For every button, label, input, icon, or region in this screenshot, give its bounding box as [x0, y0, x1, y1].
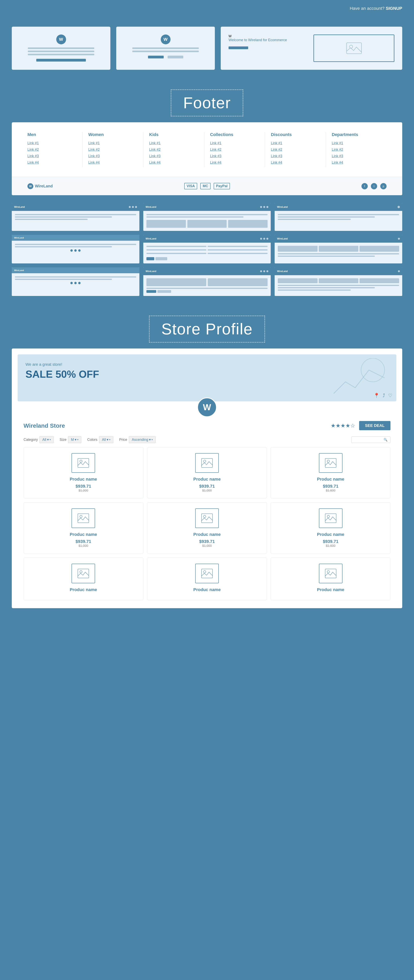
mastercard-icon: MC — [200, 183, 210, 189]
store-right: ★★★★☆ SEE DEAL — [331, 421, 390, 430]
preview-dot — [266, 270, 268, 272]
preview-dot — [266, 206, 268, 208]
product-card-1[interactable]: Produc name $939.71 $1,000 — [24, 447, 143, 498]
colors-filter: Colors All ▾ — [87, 436, 113, 443]
product-image-icon — [201, 458, 213, 468]
preview-card-4: WireLand — [12, 235, 139, 263]
preview-body — [275, 275, 402, 295]
footer-link-4[interactable]: Link #4 — [332, 161, 381, 165]
preview-card-1: WireLand — [12, 203, 139, 231]
footer-link-3[interactable]: Link #3 — [332, 154, 381, 158]
price-select[interactable]: Ascending ▾ — [129, 436, 156, 443]
product-card-3[interactable]: Produc name $939.71 $1,600 — [271, 447, 390, 498]
preview-line — [15, 244, 136, 245]
preview-body — [275, 243, 402, 262]
store-avatar-row: W — [12, 398, 402, 417]
preview-logo: WireLand — [277, 270, 288, 273]
footer-link-1[interactable]: Link #1 — [210, 141, 259, 145]
footer-logo-icon: W — [27, 183, 33, 189]
search-input[interactable] — [354, 438, 382, 441]
colors-select[interactable]: All ▾ — [99, 436, 113, 443]
footer-link-2[interactable]: Link #2 — [332, 148, 381, 152]
footer-link-1[interactable]: Link #1 — [88, 141, 137, 145]
preview-line — [278, 214, 399, 215]
footer-link-4[interactable]: Link #4 — [88, 161, 137, 165]
product-card-6[interactable]: Produc name $939.71 $1,600 — [271, 502, 390, 554]
see-deal-button[interactable]: SEE DEAL — [359, 421, 390, 430]
button-right[interactable] — [167, 56, 183, 59]
product-image — [195, 453, 219, 473]
footer-link-1[interactable]: Link #1 — [149, 141, 198, 145]
login-button-1[interactable] — [36, 59, 86, 62]
social-icons: f t p — [361, 183, 387, 189]
category-select[interactable]: All ▾ — [40, 436, 54, 443]
footer-link-1[interactable]: Link #1 — [27, 141, 76, 145]
store-banner: We are a great store! SALE 50% OFF 📍 ⤴ ♡ — [18, 354, 396, 401]
button-left[interactable] — [148, 56, 164, 59]
product-card-9[interactable]: Produc name — [271, 558, 390, 600]
store-name: Wireland Store — [24, 422, 65, 429]
footer-link-2[interactable]: Link #2 — [27, 148, 76, 152]
product-card-4[interactable]: Produc name $939.71 $1,000 — [24, 502, 143, 554]
footer-link-4[interactable]: Link #4 — [27, 161, 76, 165]
footer-link-3[interactable]: Link #3 — [88, 154, 137, 158]
footer-col-title: Women — [88, 132, 137, 137]
preview-line — [15, 216, 112, 218]
footer-link-3[interactable]: Link #3 — [210, 154, 259, 158]
size-select[interactable]: M ▾ — [68, 436, 81, 443]
preview-header: WireLand — [275, 267, 402, 275]
footer-link-2[interactable]: Link #2 — [88, 148, 137, 152]
pinterest-icon[interactable]: p — [380, 183, 387, 189]
product-image — [72, 453, 95, 473]
product-search[interactable]: 🔍 — [351, 436, 390, 443]
footer-nav: MenLink #1Link #2Link #3Link #4WomenLink… — [12, 122, 402, 177]
footer-link-1[interactable]: Link #1 — [271, 141, 320, 145]
login-button[interactable] — [229, 46, 248, 49]
product-card-7[interactable]: Produc name — [24, 558, 143, 600]
product-name: Produc name — [70, 587, 97, 592]
preview-card-7: WireLand — [12, 267, 139, 296]
product-orig-price: $1,600 — [326, 489, 335, 492]
preview-line — [15, 219, 88, 220]
preview-dot — [260, 206, 262, 208]
store-banner-graphic — [330, 358, 389, 398]
footer-col-title: Men — [27, 132, 76, 137]
footer-link-4[interactable]: Link #4 — [271, 161, 320, 165]
footer-link-2[interactable]: Link #2 — [149, 148, 198, 152]
form-field-1 — [28, 48, 94, 49]
footer-link-4[interactable]: Link #4 — [149, 161, 198, 165]
footer-link-4[interactable]: Link #4 — [210, 161, 259, 165]
svg-point-10 — [80, 515, 82, 518]
facebook-icon[interactable]: f — [361, 183, 368, 189]
preview-body — [143, 211, 271, 231]
payment-icons: VISA MC PayPal — [184, 183, 230, 189]
twitter-icon[interactable]: t — [371, 183, 377, 189]
signup-link[interactable]: SIGNUP — [386, 6, 402, 11]
banner-svg — [330, 358, 389, 398]
store-avatar: W — [197, 398, 217, 417]
form-field-2 — [132, 51, 199, 52]
store-rating: ★★★★☆ — [331, 422, 355, 429]
price-label: Price — [119, 438, 127, 442]
footer-link-3[interactable]: Link #3 — [271, 154, 320, 158]
footer-col-title: Departments — [332, 132, 381, 137]
filter-row: Category All ▾ Size M ▾ Colors All ▾ Pri… — [12, 434, 402, 447]
preview-line — [15, 246, 112, 247]
footer-link-2[interactable]: Link #2 — [271, 148, 320, 152]
footer-link-3[interactable]: Link #3 — [27, 154, 76, 158]
store-profile-section-label: Store Profile — [0, 304, 414, 348]
login-card-2: W — [116, 27, 215, 70]
footer-link-3[interactable]: Link #3 — [149, 154, 198, 158]
product-card-2[interactable]: Produc name $939.71 $1,000 — [147, 447, 267, 498]
footer-link-1[interactable]: Link #1 — [332, 141, 381, 145]
svg-rect-15 — [78, 569, 89, 578]
preview-line — [146, 214, 268, 215]
category-label: Category — [24, 438, 38, 442]
product-card-5[interactable]: Produc name $939.71 $1,000 — [147, 502, 267, 554]
footer-link-2[interactable]: Link #2 — [210, 148, 259, 152]
footer-section-label: Footer — [0, 78, 414, 122]
product-card-8[interactable]: Produc name — [147, 558, 267, 600]
store-profile-label-text: Store Profile — [161, 320, 253, 338]
footer-col-men: MenLink #1Link #2Link #3Link #4 — [27, 132, 83, 167]
welcome-text: Welcome to Wireland for Ecommerce — [229, 38, 287, 42]
